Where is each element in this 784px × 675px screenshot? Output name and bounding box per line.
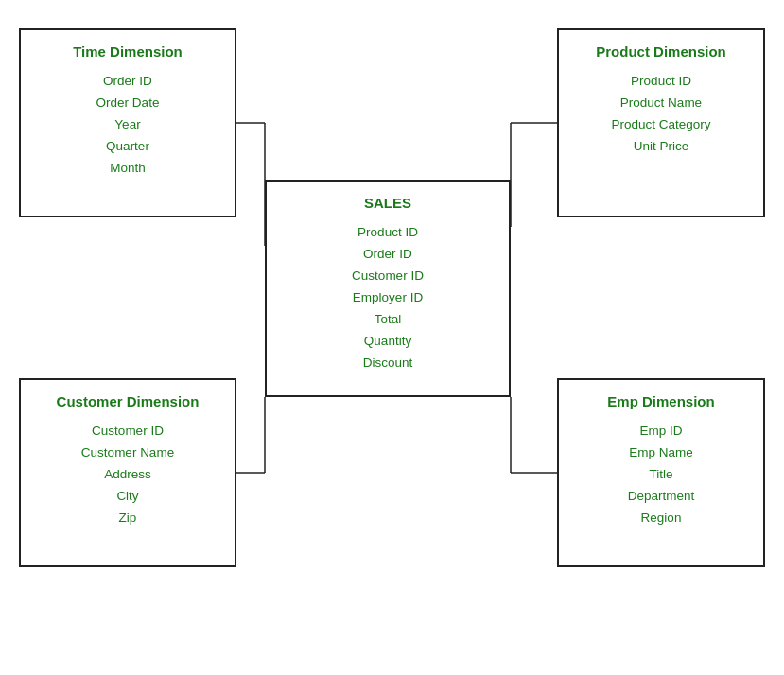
field-item: Emp Name [576, 442, 746, 464]
field-item: Customer Name [38, 442, 218, 464]
field-item: Department [576, 486, 746, 508]
field-item: City [38, 486, 218, 508]
field-item: Unit Price [576, 136, 746, 158]
sales-fields: Product IDOrder IDCustomer IDEmployer ID… [284, 222, 492, 374]
sales-box: SALES Product IDOrder IDCustomer IDEmplo… [265, 180, 511, 397]
customer-dimension-fields: Customer IDCustomer NameAddressCityZip [38, 421, 218, 529]
field-item: Order ID [38, 71, 218, 93]
product-dimension-fields: Product IDProduct NameProduct CategoryUn… [576, 71, 746, 158]
product-dimension-title: Product Dimension [576, 43, 746, 60]
field-item: Emp ID [576, 421, 746, 442]
field-item: Product ID [576, 71, 746, 93]
field-item: Month [38, 158, 218, 180]
field-item: Region [576, 508, 746, 529]
field-item: Order Date [38, 93, 218, 114]
field-item: Employer ID [284, 287, 492, 309]
time-dimension-title: Time Dimension [38, 43, 218, 60]
customer-dimension-box: Customer Dimension Customer IDCustomer N… [19, 378, 236, 567]
field-item: Total [284, 309, 492, 331]
field-item: Address [38, 464, 218, 486]
diagram-container: Time Dimension Order IDOrder DateYearQua… [0, 0, 784, 675]
time-dimension-box: Time Dimension Order IDOrder DateYearQua… [19, 28, 236, 217]
field-item: Quarter [38, 136, 218, 158]
field-item: Customer ID [284, 266, 492, 287]
emp-dimension-fields: Emp IDEmp NameTitleDepartmentRegion [576, 421, 746, 529]
field-item: Title [576, 464, 746, 486]
field-item: Discount [284, 353, 492, 374]
product-dimension-box: Product Dimension Product IDProduct Name… [557, 28, 765, 217]
field-item: Zip [38, 508, 218, 529]
field-item: Product ID [284, 222, 492, 244]
sales-title: SALES [284, 195, 492, 211]
field-item: Order ID [284, 244, 492, 266]
emp-dimension-box: Emp Dimension Emp IDEmp NameTitleDepartm… [557, 378, 765, 567]
field-item: Customer ID [38, 421, 218, 442]
customer-dimension-title: Customer Dimension [38, 393, 218, 409]
field-item: Product Name [576, 93, 746, 114]
field-item: Quantity [284, 331, 492, 353]
time-dimension-fields: Order IDOrder DateYearQuarterMonth [38, 71, 218, 180]
field-item: Product Category [576, 114, 746, 136]
field-item: Year [38, 114, 218, 136]
emp-dimension-title: Emp Dimension [576, 393, 746, 409]
